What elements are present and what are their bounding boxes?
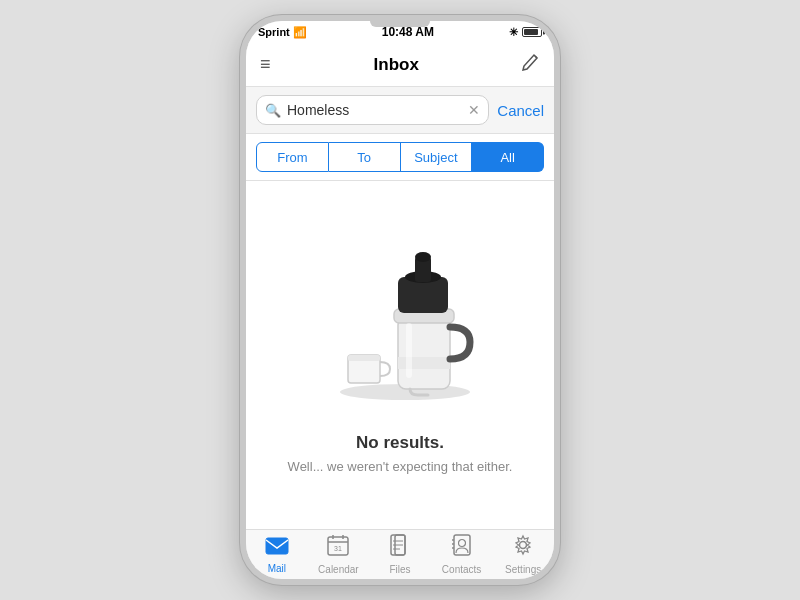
svg-rect-2 <box>348 355 380 361</box>
svg-rect-4 <box>398 357 450 369</box>
tab-settings-label: Settings <box>505 564 541 575</box>
status-right: ✳ <box>509 26 542 39</box>
contacts-icon <box>451 534 473 562</box>
nav-bar: ≡ Inbox <box>246 43 554 87</box>
filter-tab-from[interactable]: From <box>256 142 329 172</box>
search-icon: 🔍 <box>265 103 281 118</box>
svg-text:31: 31 <box>334 545 342 552</box>
carrier-label: Sprint <box>258 26 290 38</box>
svg-rect-10 <box>406 323 412 378</box>
nav-title: Inbox <box>374 55 419 75</box>
search-value: Homeless <box>287 102 462 118</box>
svg-point-9 <box>415 252 431 262</box>
tab-settings[interactable]: Settings <box>495 534 551 575</box>
tab-contacts[interactable]: Contacts <box>434 534 490 575</box>
main-content: No results. Well... we weren't expecting… <box>246 181 554 529</box>
tab-calendar[interactable]: 31 Calendar <box>310 534 366 575</box>
tab-files[interactable]: Files <box>372 534 428 575</box>
no-results-subtext: Well... we weren't expecting that either… <box>268 459 533 474</box>
filter-tabs: From To Subject All <box>246 134 554 181</box>
svg-rect-3 <box>398 317 450 389</box>
tab-calendar-label: Calendar <box>318 564 359 575</box>
bluetooth-icon: ✳ <box>509 26 518 39</box>
wifi-icon: 📶 <box>293 26 307 39</box>
no-results-heading: No results. <box>356 433 444 453</box>
cancel-button[interactable]: Cancel <box>497 102 544 119</box>
tab-mail-label: Mail <box>268 563 286 574</box>
status-bar: Sprint 📶 10:48 AM ✳ <box>246 21 554 43</box>
tab-contacts-label: Contacts <box>442 564 481 575</box>
compose-icon[interactable] <box>522 53 540 76</box>
filter-tab-all[interactable]: All <box>472 142 544 172</box>
filter-tab-to[interactable]: To <box>329 142 401 172</box>
tab-bar: Mail 31 Calendar <box>246 529 554 579</box>
svg-rect-11 <box>266 538 288 554</box>
empty-state-illustration <box>310 237 490 417</box>
settings-icon <box>512 534 534 562</box>
svg-point-23 <box>458 540 465 547</box>
search-input-wrap[interactable]: 🔍 Homeless ✕ <box>256 95 489 125</box>
phone-frame: Sprint 📶 10:48 AM ✳ ≡ Inbox 🔍 Homeless ✕… <box>240 15 560 585</box>
mail-icon <box>265 535 289 561</box>
tab-files-label: Files <box>389 564 410 575</box>
battery-icon <box>522 27 542 37</box>
clear-search-icon[interactable]: ✕ <box>468 102 480 118</box>
tab-mail[interactable]: Mail <box>249 535 305 574</box>
files-icon <box>390 534 410 562</box>
hamburger-menu-icon[interactable]: ≡ <box>260 54 271 75</box>
svg-point-27 <box>520 542 527 549</box>
search-bar: 🔍 Homeless ✕ Cancel <box>246 87 554 134</box>
filter-tab-subject[interactable]: Subject <box>401 142 473 172</box>
status-time: 10:48 AM <box>382 25 434 39</box>
status-left: Sprint 📶 <box>258 26 307 39</box>
calendar-icon: 31 <box>327 534 349 562</box>
